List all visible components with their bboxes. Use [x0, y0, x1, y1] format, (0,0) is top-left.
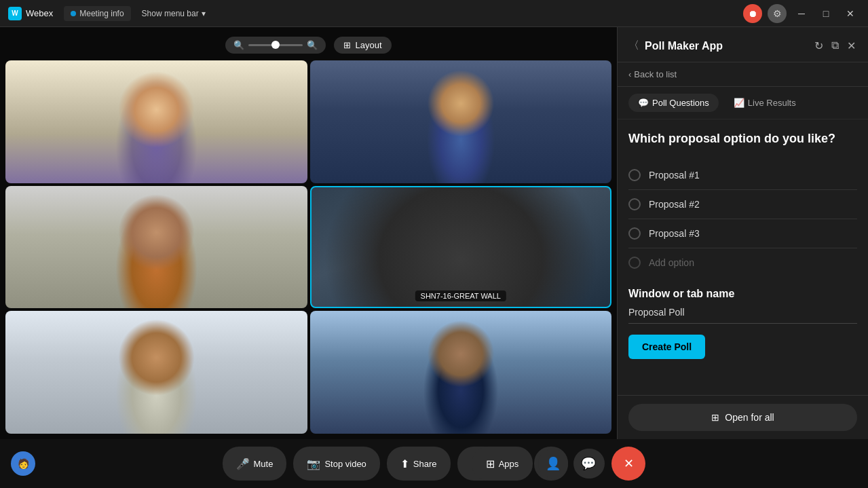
tab-poll-questions[interactable]: 💬 Poll Questions — [628, 94, 719, 112]
stop-video-button[interactable]: 📷 Stop video — [293, 447, 379, 481]
chat-button[interactable]: 💬 — [573, 449, 603, 478]
layout-button[interactable]: ⊞ Layout — [334, 37, 391, 54]
app-logo: W Webex — [8, 7, 53, 20]
panel-actions: ↻ ⧉ ✕ — [813, 38, 857, 54]
window-controls: ⏺ ⚙ ─ □ ✕ — [743, 4, 860, 23]
video-cell-4: SHN7-16-GREAT WALL — [310, 186, 612, 309]
video-grid: SHN7-16-GREAT WALL — [5, 60, 611, 434]
panel-header: 〈 Poll Maker App ↻ ⧉ ✕ — [618, 27, 868, 62]
main-content: 🔍 🔍 ⊞ Layout SHN7-16-GREAT W — [0, 27, 868, 439]
mute-button[interactable]: 🎤 Mute — [223, 447, 287, 481]
meeting-info-btn[interactable]: Meeting info — [64, 6, 130, 21]
option-3-radio[interactable] — [628, 227, 641, 240]
zoom-in-icon[interactable]: 🔍 — [307, 40, 318, 50]
share-label: Share — [413, 459, 437, 469]
option-2-label: Proposal #2 — [649, 199, 700, 210]
stop-video-icon: 📷 — [307, 457, 320, 470]
video-cell-5 — [5, 311, 307, 434]
add-option-row[interactable]: Add option — [628, 248, 857, 277]
panel-tabs: 💬 Poll Questions 📈 Live Results — [618, 87, 868, 119]
toolbar-side-left: 🧑 — [11, 451, 35, 476]
open-for-all-label: Open for all — [725, 412, 774, 423]
video-cell-3 — [5, 186, 307, 309]
meeting-label: Meeting info — [79, 9, 124, 18]
video-area: 🔍 🔍 ⊞ Layout SHN7-16-GREAT W — [0, 27, 617, 439]
add-option-label: Add option — [649, 257, 694, 268]
window-tab-section: Window or tab name Proposal Poll Create … — [628, 288, 857, 359]
poll-question-text: Which proposal option do you like? — [628, 130, 857, 147]
end-call-icon: ✕ — [624, 456, 634, 471]
poll-option-1: Proposal #1 — [628, 161, 857, 190]
right-panel: 〈 Poll Maker App ↻ ⧉ ✕ ‹ Back to list 💬 … — [617, 27, 868, 439]
zoom-slider-thumb — [271, 41, 280, 49]
video-cell-6 — [310, 311, 612, 434]
popout-icon[interactable]: ⧉ — [830, 38, 840, 54]
webex-icon: W — [8, 7, 22, 20]
minimize-button[interactable]: ─ — [792, 4, 811, 23]
back-arrow-icon: ‹ — [628, 69, 631, 79]
cell-4-label: SHN7-16-GREAT WALL — [415, 290, 506, 301]
share-icon: ⬆ — [400, 457, 409, 470]
bottom-toolbar: 🧑 🎤 Mute 📷 Stop video ⬆ Share ⏺ Record 😊… — [0, 439, 868, 488]
panel-collapse-button[interactable]: 〈 — [628, 39, 639, 53]
menu-bar-label: Show menu bar — [142, 9, 199, 18]
panel-body: Which proposal option do you like? Propo… — [618, 119, 868, 395]
apps-icon: ⊞ — [486, 457, 495, 470]
participants-icon: 👤 — [546, 456, 561, 471]
close-button[interactable]: ✕ — [841, 4, 860, 23]
stop-video-label: Stop video — [324, 459, 366, 469]
zoom-out-icon[interactable]: 🔍 — [233, 40, 244, 50]
open-for-all-icon: ⊞ — [711, 412, 719, 423]
video-cell-1 — [5, 60, 307, 183]
settings-icon[interactable]: ⚙ — [768, 4, 787, 23]
apps-button[interactable]: ⊞ Apps — [472, 447, 533, 481]
user-avatar: 🧑 — [11, 451, 35, 476]
meeting-dot — [71, 11, 76, 16]
mute-label: Mute — [254, 459, 273, 469]
chat-icon: 💬 — [581, 456, 596, 471]
titlebar: W Webex Meeting info Show menu bar ▾ ⏺ ⚙… — [0, 0, 868, 27]
poll-option-2: Proposal #2 — [628, 190, 857, 219]
back-to-list-button[interactable]: ‹ Back to list — [628, 69, 677, 79]
open-for-all-button[interactable]: ⊞ Open for all — [628, 404, 857, 431]
refresh-icon[interactable]: ↻ — [813, 38, 825, 54]
zoom-slider[interactable] — [248, 44, 303, 46]
mute-icon: 🎤 — [236, 457, 250, 470]
zoom-control[interactable]: 🔍 🔍 — [225, 37, 326, 54]
tab-results-label: Live Results — [748, 98, 796, 108]
toolbar-side-right: ⊞ Apps 👤 💬 — [472, 447, 603, 481]
show-menu-bar-btn[interactable]: Show menu bar ▾ — [142, 9, 206, 18]
layout-icon: ⊞ — [343, 40, 351, 50]
window-tab-section-label: Window or tab name — [628, 288, 857, 300]
end-call-button[interactable]: ✕ — [611, 447, 645, 481]
poll-questions-icon: 💬 — [638, 98, 649, 108]
panel-footer: ⊞ Open for all — [618, 395, 868, 439]
tab-questions-label: Poll Questions — [652, 98, 709, 108]
record-status-icon: ⏺ — [743, 4, 762, 23]
live-results-icon: 📈 — [734, 98, 744, 108]
tab-live-results[interactable]: 📈 Live Results — [724, 94, 806, 112]
apps-label: Apps — [499, 459, 519, 469]
option-1-radio[interactable] — [628, 169, 641, 181]
panel-title: Poll Maker App — [645, 40, 813, 52]
app-name: Webex — [26, 8, 53, 18]
option-1-label: Proposal #1 — [649, 170, 700, 181]
tab-name-value: Proposal Poll — [628, 307, 857, 324]
layout-label: Layout — [355, 40, 381, 50]
participants-button[interactable]: 👤 — [538, 449, 568, 478]
video-top-controls: 🔍 🔍 ⊞ Layout — [5, 33, 611, 58]
poll-options-list: Proposal #1 Proposal #2 Proposal #3 Add … — [628, 161, 857, 277]
back-label: Back to list — [634, 69, 677, 79]
video-cell-2 — [310, 60, 612, 183]
option-2-radio[interactable] — [628, 198, 641, 210]
chevron-down-icon: ▾ — [202, 9, 206, 18]
panel-nav: ‹ Back to list — [618, 62, 868, 87]
create-poll-button[interactable]: Create Poll — [628, 335, 705, 359]
close-panel-icon[interactable]: ✕ — [846, 38, 857, 54]
maximize-button[interactable]: □ — [816, 4, 835, 23]
share-button[interactable]: ⬆ Share — [387, 447, 451, 481]
add-option-radio — [628, 257, 641, 269]
poll-option-3: Proposal #3 — [628, 219, 857, 248]
option-3-label: Proposal #3 — [649, 228, 700, 239]
